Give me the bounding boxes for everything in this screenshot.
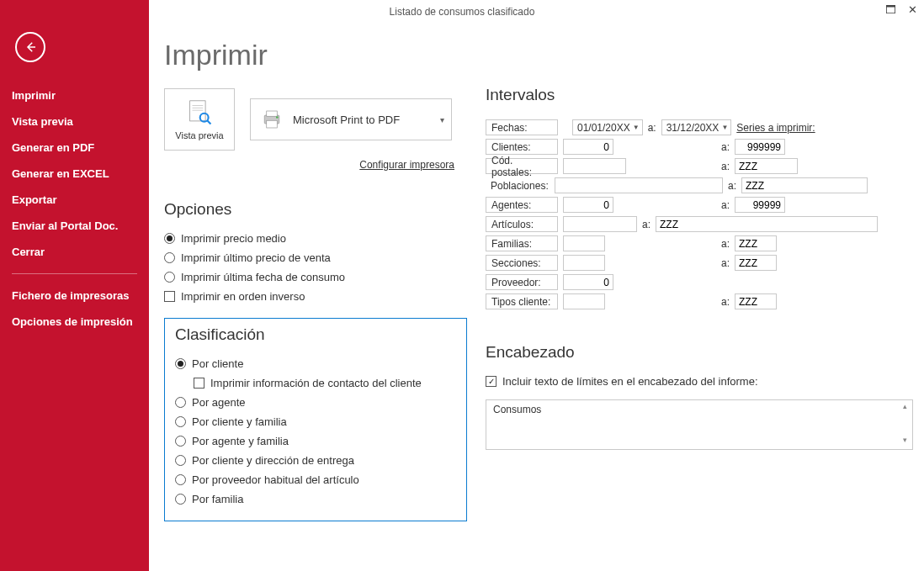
opcion-ultimo-precio[interactable]: Imprimir último precio de venta xyxy=(164,248,467,267)
proveedor-label: Proveedor: xyxy=(486,274,558,290)
clasificacion-heading: Clasificación xyxy=(175,325,456,344)
clientes-label: Clientes: xyxy=(486,139,558,155)
opcion-orden-inverso[interactable]: Imprimir en orden inverso xyxy=(164,287,467,306)
chevron-down-icon: ▾ xyxy=(440,115,444,124)
radio-icon xyxy=(175,397,186,408)
radio-icon xyxy=(175,436,186,447)
checkbox-icon xyxy=(164,291,175,302)
maximize-icon[interactable]: 🗖 xyxy=(885,3,896,16)
articulos-label: Artículos: xyxy=(486,216,558,232)
chevron-down-icon: ▼ xyxy=(633,124,640,131)
sidebar-divider xyxy=(12,273,137,274)
clasif-por-agente-familia[interactable]: Por agente y familia xyxy=(175,431,456,451)
secciones-from-input[interactable] xyxy=(563,255,605,271)
clasif-info-contacto[interactable]: Imprimir información de contacto del cli… xyxy=(194,373,456,393)
familias-label: Familias: xyxy=(486,235,558,251)
radio-icon xyxy=(175,494,186,505)
clasificacion-box: Clasificación Por cliente Imprimir infor… xyxy=(164,318,467,521)
scroll-up-icon[interactable]: ▴ xyxy=(899,402,911,414)
page-title: Imprimir xyxy=(164,39,907,71)
poblaciones-to-input[interactable] xyxy=(741,177,868,193)
opciones-heading: Opciones xyxy=(164,200,467,219)
fecha-to-input[interactable]: 31/12/20XX ▼ xyxy=(661,119,732,135)
clientes-to-input[interactable] xyxy=(735,139,785,155)
radio-icon xyxy=(175,416,186,427)
sidebar-item-exportar[interactable]: Exportar xyxy=(0,187,149,213)
incluir-limites-check[interactable]: Incluir texto de límites en el encabezad… xyxy=(486,372,915,391)
tipos-label: Tipos cliente: xyxy=(486,293,558,309)
svg-line-5 xyxy=(207,120,210,124)
printer-select[interactable]: Microsoft Print to PDF ▾ xyxy=(250,98,452,140)
articulos-from-input[interactable] xyxy=(563,216,637,232)
sidebar-item-vista-previa[interactable]: Vista previa xyxy=(0,108,149,135)
sidebar-item-imprimir[interactable]: Imprimir xyxy=(0,82,149,108)
configure-printer-link[interactable]: Configurar impresora xyxy=(164,159,454,171)
familias-from-input[interactable] xyxy=(563,235,605,251)
agentes-label: Agentes: xyxy=(486,197,558,213)
familias-to-input[interactable] xyxy=(735,235,777,251)
sidebar-item-pdf[interactable]: Generar en PDF xyxy=(0,135,149,161)
articulos-to-input[interactable] xyxy=(656,216,878,232)
agentes-to-input[interactable] xyxy=(735,197,785,213)
checkbox-icon xyxy=(194,378,204,389)
radio-icon xyxy=(164,252,175,263)
svg-rect-8 xyxy=(267,120,278,128)
clasif-por-agente[interactable]: Por agente xyxy=(175,393,456,412)
vista-previa-button[interactable]: Vista previa xyxy=(164,88,235,151)
intervalos-heading: Intervalos xyxy=(486,86,915,104)
encabezado-textarea[interactable]: Consumos ▴ ▾ xyxy=(486,399,913,450)
back-button[interactable] xyxy=(15,32,45,62)
clasif-por-familia[interactable]: Por familia xyxy=(175,489,456,509)
clasif-por-cliente-direccion[interactable]: Por cliente y dirección de entrega xyxy=(175,451,456,470)
radio-icon xyxy=(164,272,175,283)
sidebar-item-excel[interactable]: Generar en EXCEL xyxy=(0,161,149,187)
radio-icon xyxy=(175,358,186,369)
radio-icon xyxy=(175,474,186,485)
agentes-from-input[interactable] xyxy=(563,197,613,213)
clasif-por-proveedor[interactable]: Por proveedor habitual del artículo xyxy=(175,470,456,489)
svg-point-9 xyxy=(276,116,279,119)
printer-icon xyxy=(259,107,284,132)
series-imprimir-link[interactable]: Series a imprimir: xyxy=(736,122,815,134)
codpost-to-input[interactable] xyxy=(735,158,798,174)
poblaciones-from-input[interactable] xyxy=(555,177,723,193)
radio-icon xyxy=(175,455,186,466)
arrow-left-icon xyxy=(23,40,38,55)
tipos-to-input[interactable] xyxy=(735,293,777,309)
encabezado-heading: Encabezado xyxy=(486,343,915,362)
preview-label: Vista previa xyxy=(175,130,223,140)
tipos-from-input[interactable] xyxy=(563,293,605,309)
printer-name: Microsoft Print to PDF xyxy=(293,114,400,126)
opcion-ultima-fecha[interactable]: Imprimir última fecha de consumo xyxy=(164,267,467,287)
poblaciones-label: Poblaciones: xyxy=(486,177,550,193)
clasif-por-cliente-familia[interactable]: Por cliente y familia xyxy=(175,412,456,431)
opcion-precio-medio[interactable]: Imprimir precio medio xyxy=(164,229,467,248)
sidebar-item-fichero[interactable]: Fichero de impresoras xyxy=(0,283,149,309)
proveedor-from-input[interactable] xyxy=(563,274,613,290)
fechas-label: Fechas: xyxy=(486,119,558,135)
radio-icon xyxy=(164,233,175,244)
sidebar-item-cerrar[interactable]: Cerrar xyxy=(0,239,149,265)
clasif-por-cliente[interactable]: Por cliente xyxy=(175,354,456,373)
svg-rect-7 xyxy=(267,111,278,116)
fecha-from-input[interactable]: 01/01/20XX ▼ xyxy=(572,119,643,135)
window-title: Listado de consumos clasificado xyxy=(390,6,535,18)
secciones-to-input[interactable] xyxy=(735,255,777,271)
preview-page-icon xyxy=(185,98,214,127)
chevron-down-icon: ▼ xyxy=(721,124,728,131)
clientes-from-input[interactable] xyxy=(563,139,613,155)
codpost-from-input[interactable] xyxy=(563,158,626,174)
scroll-down-icon[interactable]: ▾ xyxy=(899,436,911,447)
secciones-label: Secciones: xyxy=(486,255,558,271)
svg-rect-0 xyxy=(190,101,205,121)
close-icon[interactable]: ✕ xyxy=(908,3,917,16)
checkbox-icon xyxy=(486,376,497,387)
sidebar: Imprimir Vista previa Generar en PDF Gen… xyxy=(0,0,149,571)
codpost-label: Cód. postales: xyxy=(486,158,558,174)
sidebar-item-portal[interactable]: Enviar al Portal Doc. xyxy=(0,213,149,239)
sidebar-item-opciones[interactable]: Opciones de impresión xyxy=(0,309,149,335)
